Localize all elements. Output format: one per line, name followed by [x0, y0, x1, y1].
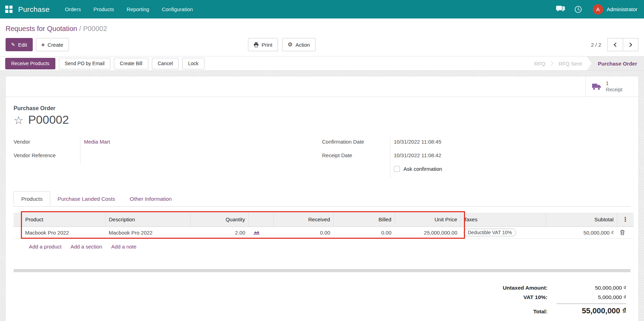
app-brand[interactable]: Purchase [18, 5, 49, 14]
user-name[interactable]: Administrator [607, 6, 637, 12]
menu-products[interactable]: Products [87, 0, 120, 18]
breadcrumb-current: P00002 [83, 25, 107, 32]
receipt-date-field-label: Receipt Date [322, 151, 390, 165]
menu-reporting[interactable]: Reporting [120, 0, 155, 18]
billed-column-header: Billed [333, 213, 395, 227]
smart-button-area: 1 Receipt [6, 76, 638, 97]
billed-cell: 0.00 [333, 227, 395, 238]
gear-icon: ⚙ [288, 42, 293, 47]
field-group-right: Confirmation Date 10/31/2022 11:08:45 Re… [322, 137, 631, 178]
tax-badge: Deductible VAT 10% [464, 229, 516, 236]
breadcrumb-separator: / [79, 25, 83, 32]
create-button[interactable]: + Create [36, 38, 69, 51]
step-purchase-order-active[interactable]: Purchase Order [587, 56, 644, 70]
add-a-section-link[interactable]: Add a section [70, 244, 102, 250]
control-panel: Requests for Quotation / P00002 ✎ Edit +… [0, 18, 644, 56]
add-a-product-link[interactable]: Add a product [29, 244, 61, 250]
messages-icon[interactable] [551, 6, 570, 13]
table-row[interactable]: Macbook Pro 2022 Macbook Pro 2022 2.00 0… [14, 227, 634, 238]
edit-button[interactable]: ✎ Edit [6, 38, 33, 51]
receipt-label: Receipt [606, 86, 622, 93]
subtotal-cell: 50,000,000 ₫ [546, 227, 617, 238]
total-value: 55,000,000 ₫ [557, 304, 626, 315]
lock-button[interactable]: Lock [182, 58, 204, 69]
cancel-button[interactable]: Cancel [152, 58, 179, 69]
vendor-reference-field-label: Vendor Reference [14, 151, 80, 165]
add-a-note-link[interactable]: Add a note [111, 244, 137, 250]
forecast-chart-icon[interactable] [253, 230, 260, 235]
create-bill-button[interactable]: Create Bill [114, 58, 148, 69]
pencil-icon: ✎ [11, 42, 15, 47]
vendor-reference-field-value [80, 151, 84, 154]
ask-confirmation-checkbox[interactable] [394, 166, 400, 172]
breadcrumb-parent[interactable]: Requests for Quotation [6, 25, 77, 32]
receipt-date-field-value: 10/31/2022 11:08:42 [390, 151, 442, 160]
product-column-header: Product [22, 213, 106, 227]
breadcrumb: Requests for Quotation / P00002 [6, 24, 638, 33]
chevron-right-icon [628, 43, 632, 47]
step-rfq[interactable]: RFQ [534, 61, 545, 67]
notebook-tabs: Products Purchase Landed Costs Other Inf… [14, 191, 630, 207]
activities-clock-icon[interactable] [570, 6, 587, 13]
form-background: 1 Receipt Purchase Order ☆ P00002 Vendor… [0, 71, 644, 321]
pager-previous-button[interactable] [607, 38, 623, 51]
description-cell: Macbook Pro 2022 [106, 227, 191, 238]
tab-products[interactable]: Products [14, 191, 50, 206]
quantity-column-header: Quantity [191, 213, 248, 227]
unit-price-column-header: Unit Price [395, 213, 460, 227]
drag-handle-column-header [14, 213, 22, 227]
received-cell: 0.00 [273, 227, 333, 238]
received-column-header: Received [273, 213, 333, 227]
user-avatar[interactable]: A [593, 4, 603, 15]
status-steps: RFQ RFQ Sent Purchase Order [534, 56, 644, 70]
chevron-left-icon [614, 43, 618, 47]
page-title: P00002 [28, 114, 69, 125]
quantity-cell: 2.00 [191, 227, 248, 238]
print-button[interactable]: Print [248, 38, 278, 51]
truck-icon [592, 83, 602, 90]
sheet-body: Purchase Order ☆ P00002 Vendor Media Mar… [6, 97, 638, 319]
action-button[interactable]: ⚙ Action [282, 38, 316, 51]
favorite-star-icon[interactable]: ☆ [14, 115, 24, 125]
vat-value: 5,000,000 ₫ [557, 294, 626, 300]
vendor-field-value[interactable]: Media Mart [80, 137, 110, 146]
table-header-row: Product Description Quantity Received Bi… [14, 213, 634, 227]
send-po-by-email-button[interactable]: Send PO by Email [59, 58, 110, 69]
step-rfq-sent[interactable]: RFQ Sent [559, 61, 582, 67]
horizontal-scrollbar[interactable] [14, 269, 630, 272]
total-label: Total: [533, 308, 548, 315]
receive-products-button[interactable]: Receive Products [5, 58, 55, 69]
vat-label: VAT 10%: [523, 294, 548, 300]
menu-configuration[interactable]: Configuration [155, 0, 199, 18]
top-navbar: Purchase Orders Products Reporting Confi… [0, 0, 644, 18]
form-sheet: 1 Receipt Purchase Order ☆ P00002 Vendor… [5, 76, 639, 321]
tab-purchase-landed-costs[interactable]: Purchase Landed Costs [50, 191, 122, 206]
tab-other-information[interactable]: Other Information [123, 191, 179, 206]
apps-menu-icon[interactable] [5, 6, 13, 13]
receipt-smart-button[interactable]: 1 Receipt [585, 76, 638, 97]
unit-price-cell: 25,000,000.00 [395, 227, 460, 238]
field-group-left: Vendor Media Mart Vendor Reference [14, 137, 322, 178]
confirmation-date-field-value: 10/31/2022 11:08:45 [390, 137, 442, 146]
order-lines-table: Product Description Quantity Received Bi… [14, 213, 634, 239]
confirmation-date-field-label: Confirmation Date [322, 137, 390, 151]
delete-row-trash-icon[interactable] [620, 230, 625, 235]
center-actions: Print ⚙ Action [248, 38, 316, 51]
pager-counter[interactable]: 2 / 2 [591, 42, 601, 48]
ask-confirmation-empty-label [322, 165, 390, 178]
chevron-separator-icon [549, 61, 553, 66]
field-groups: Vendor Media Mart Vendor Reference Confi… [14, 137, 630, 178]
pager-next-button[interactable] [623, 38, 638, 51]
optional-columns-kebab-icon[interactable]: ⋮ [622, 216, 628, 223]
menu-orders[interactable]: Orders [59, 0, 87, 18]
ask-confirmation-label: Ask confirmation [404, 166, 442, 172]
main-menu: Orders Products Reporting Configuration [59, 0, 199, 18]
receipt-count: 1 [606, 80, 622, 86]
printer-icon [254, 42, 259, 47]
control-panel-buttons: ✎ Edit + Create Print ⚙ Action 2 / 2 [6, 38, 638, 51]
totals-block: Untaxed Amount: 50,000,000 ₫ VAT 10%: 5,… [14, 285, 630, 319]
pager: 2 / 2 [591, 38, 638, 51]
product-cell: Macbook Pro 2022 [22, 227, 106, 238]
line-add-links: Add a product Add a section Add a note [29, 244, 630, 250]
taxes-column-header: Taxes [460, 213, 546, 227]
